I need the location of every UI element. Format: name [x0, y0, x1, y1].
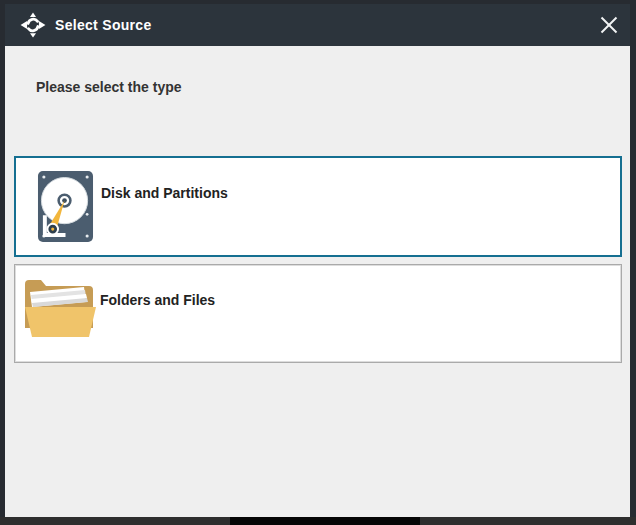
- app-background: Select Source Please select the type: [0, 0, 636, 525]
- dialog-content: Please select the type: [5, 46, 630, 517]
- close-icon: [599, 15, 619, 35]
- background-bottom-strip: [0, 517, 636, 525]
- open-folder-icon: [25, 278, 96, 337]
- close-button[interactable]: [594, 10, 624, 40]
- option-disk-and-partitions[interactable]: Disk and Partitions: [14, 156, 622, 257]
- select-source-dialog: Select Source Please select the type: [5, 4, 630, 517]
- option-folders-and-files[interactable]: Folders and Files: [14, 264, 622, 363]
- dialog-title: Select Source: [55, 4, 152, 46]
- dialog-titlebar[interactable]: Select Source: [5, 4, 630, 46]
- background-bottom-black-segment: [230, 517, 420, 525]
- prompt-text: Please select the type: [36, 79, 182, 95]
- option-label-folder: Folders and Files: [100, 292, 215, 308]
- move-drag-icon: [20, 12, 46, 38]
- hard-disk-icon: [37, 170, 94, 243]
- option-label-disk: Disk and Partitions: [101, 185, 228, 201]
